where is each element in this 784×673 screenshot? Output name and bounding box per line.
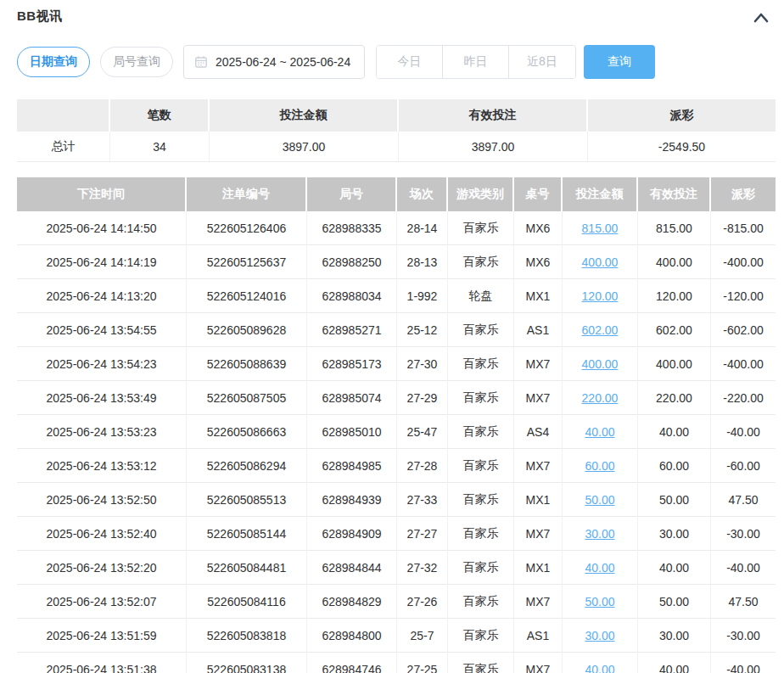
cell-session: 27-29 (397, 381, 448, 415)
cell-payout: -40.00 (711, 653, 776, 673)
bet-amount-link[interactable]: 40.00 (585, 425, 614, 439)
cell-round-id: 628984829 (307, 585, 397, 619)
cell-round-id: 628984939 (307, 483, 397, 517)
cell-game-type: 百家乐 (448, 211, 514, 245)
cell-bet-time: 2025-06-24 13:52:07 (17, 585, 187, 619)
cell-valid-bet: 50.00 (638, 483, 711, 517)
bet-amount-link[interactable]: 50.00 (585, 493, 614, 507)
cell-table-id: MX7 (514, 585, 563, 619)
cell-bet-time: 2025-06-24 13:53:12 (17, 449, 187, 483)
summary-column-header-4: 派彩 (588, 99, 776, 132)
button-today[interactable]: 今日 (377, 46, 443, 78)
cell-valid-bet: 60.00 (638, 449, 711, 483)
bet-amount-link[interactable]: 60.00 (585, 459, 614, 473)
cell-game-type: 百家乐 (448, 313, 514, 347)
cell-bet-id: 522605086663 (187, 415, 307, 449)
bet-amount-link[interactable]: 50.00 (585, 595, 614, 609)
cell-valid-bet: 30.00 (638, 619, 711, 653)
button-last-8-days[interactable]: 近8日 (509, 46, 575, 78)
cell-bet-amount: 602.00 (563, 313, 638, 347)
bet-amount-link[interactable]: 400.00 (582, 357, 619, 371)
tab-round-query[interactable]: 局号查询 (100, 47, 173, 77)
bet-amount-link[interactable]: 30.00 (585, 629, 614, 642)
bets-header-row: 下注时间注单编号局号场次游戏类别桌号投注金额有效投注派彩 (17, 177, 776, 211)
cell-valid-bet: 220.00 (638, 381, 711, 415)
table-row: 2025-06-24 13:53:23522605086663628985010… (17, 415, 776, 449)
cell-bet-time: 2025-06-24 14:14:50 (17, 211, 187, 245)
bet-amount-link[interactable]: 602.00 (582, 323, 619, 337)
bets-table-body: 2025-06-24 14:14:50522605126406628988335… (17, 211, 776, 673)
collapse-button[interactable] (748, 8, 774, 30)
summary-payout: -2549.50 (588, 132, 776, 162)
cell-game-type: 百家乐 (448, 245, 514, 279)
cell-valid-bet: 602.00 (638, 313, 711, 347)
cell-bet-amount: 40.00 (563, 551, 638, 585)
cell-valid-bet: 815.00 (638, 211, 711, 245)
bet-amount-link[interactable]: 40.00 (585, 561, 614, 575)
tab-date-query[interactable]: 日期查询 (17, 47, 90, 77)
bet-amount-link[interactable]: 220.00 (582, 391, 619, 405)
cell-round-id: 628988335 (307, 211, 397, 245)
cell-game-type: 轮盘 (448, 279, 514, 313)
cell-bet-time: 2025-06-24 13:54:23 (17, 347, 187, 381)
cell-valid-bet: 40.00 (638, 551, 711, 585)
cell-valid-bet: 400.00 (638, 347, 711, 381)
cell-table-id: MX7 (514, 449, 563, 483)
cell-bet-id: 522605083138 (187, 653, 307, 673)
cell-bet-amount: 120.00 (563, 279, 638, 313)
cell-game-type: 百家乐 (448, 415, 514, 449)
cell-round-id: 628988034 (307, 279, 397, 313)
cell-bet-amount: 30.00 (563, 619, 638, 653)
cell-bet-id: 522605126406 (187, 211, 307, 245)
cell-bet-id: 522605089628 (187, 313, 307, 347)
column-header-valid-bet: 有效投注 (638, 177, 711, 211)
table-row: 2025-06-24 14:14:50522605126406628988335… (17, 211, 776, 245)
summary-header-row: 笔数投注金额有效投注派彩 (17, 99, 776, 132)
table-row: 2025-06-24 13:54:23522605088639628985173… (17, 347, 776, 381)
cell-bet-id: 522605085144 (187, 517, 307, 551)
column-header-session: 场次 (397, 177, 448, 211)
summary-bet-amount: 3897.00 (210, 132, 399, 162)
bet-amount-link[interactable]: 400.00 (582, 255, 619, 269)
cell-valid-bet: 50.00 (638, 585, 711, 619)
cell-bet-time: 2025-06-24 13:51:38 (17, 653, 187, 673)
date-range-input[interactable]: 2025-06-24 ~ 2025-06-24 (183, 45, 365, 79)
summary-total-label: 总计 (17, 132, 110, 162)
cell-game-type: 百家乐 (448, 347, 514, 381)
cell-bet-time: 2025-06-24 13:54:55 (17, 313, 187, 347)
summary-total-row: 总计 34 3897.00 3897.00 -2549.50 (17, 132, 776, 162)
cell-payout: -400.00 (711, 245, 776, 279)
cell-round-id: 628985271 (307, 313, 397, 347)
cell-round-id: 628984746 (307, 653, 397, 673)
cell-bet-id: 522605085513 (187, 483, 307, 517)
table-row: 2025-06-24 13:52:07522605084116628984829… (17, 585, 776, 619)
summary-column-header-2: 投注金额 (210, 99, 399, 132)
cell-payout: -30.00 (711, 517, 776, 551)
cell-bet-amount: 40.00 (563, 653, 638, 673)
bet-amount-link[interactable]: 815.00 (582, 222, 619, 235)
bet-amount-link[interactable]: 120.00 (582, 289, 619, 303)
cell-session: 1-992 (397, 279, 448, 313)
cell-table-id: MX1 (514, 279, 563, 313)
cell-game-type: 百家乐 (448, 551, 514, 585)
cell-payout: -120.00 (711, 279, 776, 313)
cell-bet-id: 522605086294 (187, 449, 307, 483)
table-row: 2025-06-24 14:14:19522605125637628988250… (17, 245, 776, 279)
summary-column-header-1: 笔数 (110, 99, 210, 132)
cell-bet-time: 2025-06-24 14:13:20 (17, 279, 187, 313)
cell-bet-amount: 220.00 (563, 381, 638, 415)
cell-table-id: MX7 (514, 517, 563, 551)
summary-column-header-0 (17, 99, 110, 132)
bet-amount-link[interactable]: 40.00 (585, 663, 614, 673)
search-button[interactable]: 查询 (584, 45, 655, 79)
cell-bet-amount: 40.00 (563, 415, 638, 449)
bet-amount-link[interactable]: 30.00 (585, 527, 614, 541)
table-row: 2025-06-24 13:51:38522605083138628984746… (17, 653, 776, 673)
summary-valid-bet: 3897.00 (399, 132, 588, 162)
cell-table-id: MX7 (514, 653, 563, 673)
cell-payout: -602.00 (711, 313, 776, 347)
cell-bet-time: 2025-06-24 13:51:59 (17, 619, 187, 653)
cell-bet-amount: 815.00 (563, 211, 638, 245)
button-yesterday[interactable]: 昨日 (443, 46, 509, 78)
cell-payout: -30.00 (711, 619, 776, 653)
